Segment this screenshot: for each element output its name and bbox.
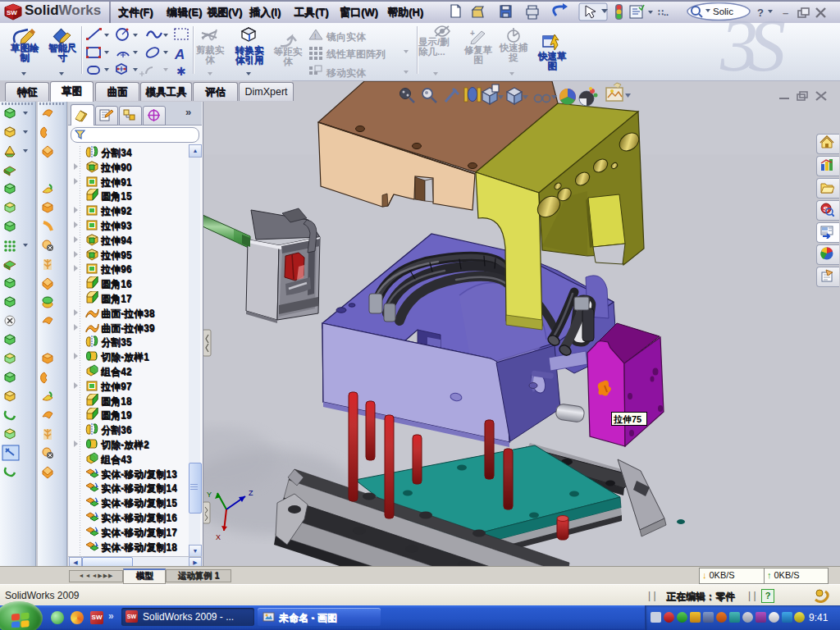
svg-text:拉伸75: 拉伸75 xyxy=(613,414,641,424)
svg-text:✱: ✱ xyxy=(176,65,186,78)
svg-text:Y: Y xyxy=(207,491,212,499)
svg-text:Z: Z xyxy=(249,489,253,497)
svg-text:+: + xyxy=(470,29,475,38)
svg-text:SW: SW xyxy=(7,9,17,16)
svg-text:X: X xyxy=(216,533,221,541)
svg-text:A: A xyxy=(174,47,185,62)
svg-text:!: ! xyxy=(314,32,317,40)
svg-text:∷..: ∷.. xyxy=(658,7,669,17)
